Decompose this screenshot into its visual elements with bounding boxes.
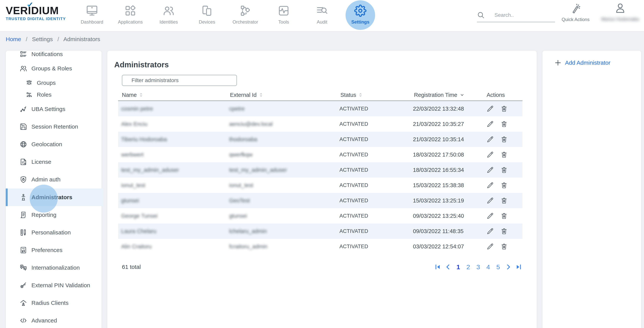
quick-actions-button[interactable]: Quick Actions — [558, 3, 593, 22]
cell-registration-time: 18/03/2022 16:55:34 — [413, 167, 486, 173]
user-avatar-icon — [614, 2, 626, 14]
next-page-button[interactable] — [504, 263, 512, 271]
sidebar-item-preferences[interactable]: Preferences — [6, 241, 102, 259]
column-header-status[interactable]: Status — [340, 91, 414, 99]
user-menu[interactable]: Marius Hodoroaba — [602, 2, 639, 22]
cell-registration-time: 15/03/2022 13:25:19 — [413, 197, 486, 204]
delete-button[interactable] — [500, 105, 508, 112]
brand-check-icon — [26, 0, 34, 6]
magic-wand-icon — [570, 3, 581, 14]
nav-item-identities[interactable]: Identities — [150, 0, 188, 31]
edit-pencil-icon — [487, 232, 494, 235]
cell-actions — [486, 243, 522, 250]
cell-registration-time: 09/03/2022 11:48:35 — [413, 228, 486, 234]
edit-button[interactable] — [487, 120, 494, 128]
page-number-5[interactable]: 5 — [494, 263, 502, 271]
search-input[interactable] — [494, 12, 552, 18]
edit-button[interactable] — [487, 182, 494, 189]
ruler-pen-icon — [20, 229, 27, 236]
edit-button[interactable] — [487, 212, 494, 219]
nav-item-dashboard[interactable]: Dashboard — [73, 0, 111, 31]
first-page-button[interactable] — [434, 263, 442, 271]
cell-name: gtunsei — [121, 197, 229, 204]
sidebar-item-external-pin-validation[interactable]: External PIN Validation — [6, 277, 102, 294]
edit-button[interactable] — [487, 166, 494, 173]
delete-button[interactable] — [500, 243, 508, 250]
add-administrator-button[interactable]: Add Administrator — [554, 59, 610, 66]
cell-external-id: thodoroaba — [229, 136, 339, 143]
sort-both-icon — [358, 91, 363, 99]
sidebar-item-advanced[interactable]: Advanced — [6, 312, 102, 328]
breadcrumb: Home / Settings / Administrators — [6, 36, 100, 42]
delete-button[interactable] — [500, 136, 508, 143]
admin-person-icon — [20, 193, 27, 201]
page-number-3[interactable]: 3 — [474, 263, 482, 271]
search-icon — [477, 11, 485, 19]
delete-button[interactable] — [500, 212, 508, 219]
edit-button[interactable] — [487, 151, 494, 158]
plus-icon — [554, 59, 562, 66]
cell-registration-time: 22/03/2022 13:32:48 — [413, 106, 486, 112]
nav-item-devices[interactable]: Devices — [188, 0, 226, 31]
last-page-button[interactable] — [515, 263, 522, 271]
nav-item-settings[interactable]: Settings — [341, 0, 380, 31]
cell-name: Laura Chelaru — [121, 228, 229, 234]
edit-pencil-icon — [487, 248, 494, 251]
sidebar-item-uba-settings[interactable]: UBA Settings — [6, 100, 102, 118]
nav-item-tools[interactable]: Tools — [264, 0, 303, 31]
table-header-row: NameExternal IdStatusRegistration TimeAc… — [122, 90, 522, 100]
sidebar-item-internationalization[interactable]: Internationalization — [6, 259, 102, 277]
edit-button[interactable] — [487, 243, 494, 250]
license-doc-icon — [20, 158, 27, 166]
sidebar-item-personalisation[interactable]: Personalisation — [6, 224, 102, 241]
add-administrator-label: Add Administrator — [565, 59, 610, 66]
shield-lock-icon — [20, 176, 27, 183]
prev-page-button[interactable] — [444, 263, 452, 271]
cell-status: ACTIVATED — [340, 137, 413, 142]
cell-status: ACTIVATED — [340, 228, 413, 234]
quick-actions-label: Quick Actions — [562, 17, 590, 22]
breadcrumb-current: Administrators — [64, 36, 100, 42]
nav-item-audit[interactable]: Audit — [303, 0, 341, 31]
nav-item-applications[interactable]: Applications — [111, 0, 150, 31]
monitor-icon — [86, 4, 98, 17]
sidebar-item-administrators[interactable]: Administrators — [6, 188, 104, 206]
cell-name: test_my_admin_aduser — [121, 167, 229, 173]
delete-button[interactable] — [500, 228, 508, 235]
delete-button[interactable] — [500, 182, 508, 189]
cell-status: ACTIVATED — [340, 213, 413, 219]
cell-registration-time: 21/03/2022 10:35:27 — [413, 121, 486, 127]
page-number-2[interactable]: 2 — [464, 263, 472, 271]
edit-button[interactable] — [487, 136, 494, 143]
edit-button[interactable] — [487, 197, 494, 204]
orchestrator-icon — [239, 4, 252, 17]
sidebar-item-reporting[interactable]: Reporting — [6, 206, 102, 224]
edit-button[interactable] — [487, 105, 494, 112]
sidebar-item-session-retention[interactable]: Session Retention — [6, 118, 102, 136]
edit-button[interactable] — [487, 228, 494, 235]
nav-item-orchestrator[interactable]: Orchestrator — [226, 0, 264, 31]
page-number-1[interactable]: 1 — [455, 263, 462, 271]
delete-button[interactable] — [500, 197, 508, 204]
cell-status: ACTIVATED — [340, 244, 413, 250]
filter-administrators-input[interactable] — [122, 75, 237, 86]
trash-icon — [500, 156, 508, 159]
cell-external-id: cpetre — [229, 106, 339, 112]
sidebar-item-radius-clients[interactable]: Radius Clients — [6, 294, 102, 312]
delete-button[interactable] — [500, 120, 508, 128]
cell-status: ACTIVATED — [340, 182, 413, 188]
column-header-registration-time[interactable]: Registration Time — [414, 91, 487, 99]
sort-desc-icon — [459, 91, 465, 99]
table-row: George TunseigtunseiACTIVATED09/03/2022 … — [118, 208, 522, 223]
delete-button[interactable] — [500, 166, 508, 173]
sidebar-item-license[interactable]: License — [6, 153, 102, 171]
sidebar-item-admin-auth[interactable]: Admin auth — [6, 171, 102, 188]
column-header-external-id[interactable]: External Id — [230, 91, 340, 99]
table-row: Tiberiu HodoroabathodoroabaACTIVATED21/0… — [118, 132, 522, 147]
delete-button[interactable] — [500, 151, 508, 158]
sidebar-item-geolocation[interactable]: Geolocation — [6, 136, 102, 153]
search-box[interactable] — [477, 8, 555, 22]
page-number-4[interactable]: 4 — [484, 263, 492, 271]
column-header-name[interactable]: Name — [122, 91, 230, 99]
breadcrumb-home-link[interactable]: Home — [6, 36, 21, 42]
